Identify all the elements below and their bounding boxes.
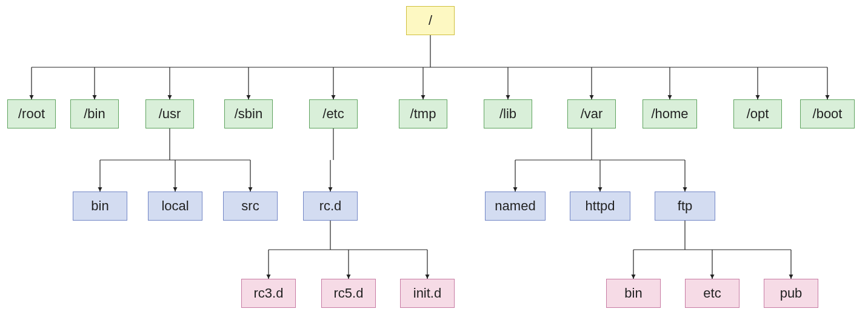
node-label: rc.d: [319, 198, 342, 214]
node-var-named: named: [485, 192, 546, 221]
node-ftp-pub: pub: [764, 279, 818, 308]
node-label: /home: [651, 106, 688, 122]
node-rc5d: rc5.d: [321, 279, 376, 308]
node-home: /home: [643, 99, 697, 128]
node-initd: init.d: [400, 279, 455, 308]
node-label: bin: [91, 198, 109, 214]
node-label: /root: [18, 106, 45, 122]
node-etc: /etc: [309, 99, 358, 128]
node-usr: /usr: [145, 99, 194, 128]
node-usr-src: src: [223, 192, 278, 221]
node-var: /var: [567, 99, 616, 128]
node-ftp-bin: bin: [606, 279, 661, 308]
node-root: /: [406, 6, 455, 35]
node-label: rc5.d: [334, 285, 364, 301]
node-label: etc: [703, 285, 721, 301]
node-rc3d: rc3.d: [241, 279, 296, 308]
node-etc-rcd: rc.d: [303, 192, 358, 221]
node-label: ftp: [678, 198, 692, 214]
node-label: /bin: [84, 106, 105, 122]
node-bin: /bin: [70, 99, 119, 128]
node-ftp-etc: etc: [685, 279, 739, 308]
node-tmp: /tmp: [399, 99, 447, 128]
node-label: /etc: [322, 106, 344, 122]
node-label: pub: [780, 285, 803, 301]
node-label: httpd: [586, 198, 615, 214]
node-sbin: /sbin: [224, 99, 273, 128]
node-usr-local: local: [148, 192, 202, 221]
node-label: /sbin: [235, 106, 262, 122]
node-label: named: [495, 198, 535, 214]
node-label: /lib: [499, 106, 516, 122]
node-usr-bin: bin: [73, 192, 127, 221]
node-lib: /lib: [484, 99, 532, 128]
node-label: src: [241, 198, 259, 214]
node-root-dir: /root: [7, 99, 56, 128]
node-label: /tmp: [410, 106, 436, 122]
node-label: /opt: [747, 106, 769, 122]
node-label: rc3.d: [254, 285, 284, 301]
node-boot: /boot: [800, 99, 855, 128]
node-label: bin: [624, 285, 642, 301]
node-label: init.d: [413, 285, 441, 301]
node-var-ftp: ftp: [655, 192, 715, 221]
node-label: /var: [581, 106, 603, 122]
node-label: /: [429, 13, 432, 28]
node-opt: /opt: [733, 99, 782, 128]
node-label: local: [161, 198, 189, 214]
node-label: /boot: [813, 106, 843, 122]
node-var-httpd: httpd: [570, 192, 630, 221]
node-label: /usr: [159, 106, 181, 122]
